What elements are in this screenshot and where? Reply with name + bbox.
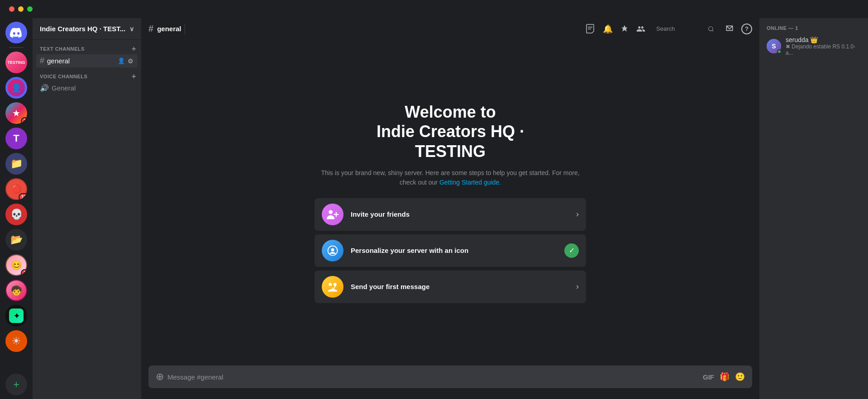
category-text-label: TEXT CHANNELS bbox=[40, 46, 85, 52]
server-badge-red: 11 bbox=[19, 193, 27, 200]
bell-icon[interactable]: 🔔 bbox=[603, 24, 613, 34]
svg-point-8 bbox=[334, 283, 337, 286]
svg-point-2 bbox=[329, 210, 333, 214]
server-header[interactable]: Indie Creators HQ · TEST... ∨ bbox=[33, 18, 141, 40]
add-voice-channel-button[interactable]: + bbox=[130, 73, 138, 80]
sidebar-item-skull-server[interactable]: 💀 bbox=[5, 204, 27, 225]
channel-sidebar: Indie Creators HQ · TEST... ∨ TEXT CHANN… bbox=[33, 18, 141, 399]
gif-icon[interactable]: GIF bbox=[703, 373, 714, 381]
channel-name-general-voice: General bbox=[52, 84, 76, 92]
hash-icon: # bbox=[40, 56, 44, 66]
sidebar-item-blue-server[interactable]: 👤 bbox=[5, 77, 27, 99]
send-message-icon bbox=[322, 276, 343, 298]
channel-content: Welcome to Indie Creators HQ · TESTING T… bbox=[141, 40, 759, 366]
invite-friends-card[interactable]: Invite your friends › bbox=[315, 198, 586, 231]
channel-item-general[interactable]: # general 👤 ⚙ bbox=[36, 54, 138, 67]
sidebar-item-t-server[interactable]: T bbox=[5, 128, 27, 149]
svg-point-7 bbox=[329, 283, 332, 286]
threads-icon[interactable] bbox=[585, 24, 596, 34]
send-message-label: Send your first message bbox=[351, 283, 569, 290]
server-badge-avatar: 3 bbox=[21, 269, 27, 276]
channel-header: # general 🔔 bbox=[141, 18, 759, 40]
server-sidebar: TESTING 👤 ★ 3 T 📁 🔴 11 bbox=[0, 18, 33, 399]
invite-friends-label: Invite your friends bbox=[351, 210, 569, 218]
sticker-icon[interactable]: 🎁 bbox=[720, 372, 730, 382]
channel-name-general: general bbox=[47, 57, 70, 65]
member-section-online-title: ONLINE — 1 bbox=[763, 25, 864, 31]
server-badge-mixed: 3 bbox=[21, 117, 27, 124]
getting-started-link[interactable]: Getting Started guide. bbox=[439, 179, 501, 186]
channel-section-text: TEXT CHANNELS + # general 👤 ⚙ bbox=[33, 43, 141, 67]
sidebar-item-folder1[interactable]: 📁 bbox=[5, 153, 27, 175]
personalize-server-card[interactable]: Personalize your server with an icon ✓ bbox=[315, 234, 586, 267]
category-voice-label: VOICE CHANNELS bbox=[40, 74, 87, 79]
server-name: Indie Creators HQ · TEST... bbox=[40, 25, 125, 33]
personalize-check-icon: ✓ bbox=[564, 243, 579, 258]
message-placeholder: Message #general bbox=[167, 373, 223, 381]
channel-list: TEXT CHANNELS + # general 👤 ⚙ bbox=[33, 40, 141, 399]
message-add-icon[interactable]: ⊕ bbox=[156, 371, 164, 383]
sidebar-item-girl-server[interactable]: 🧒 bbox=[5, 280, 27, 301]
channel-header-name: general bbox=[157, 25, 181, 33]
channel-item-general-voice[interactable]: 🔊 General bbox=[36, 82, 138, 94]
maximize-button[interactable] bbox=[27, 6, 33, 12]
personalize-server-label: Personalize your server with an icon bbox=[351, 247, 557, 254]
inbox-icon[interactable] bbox=[725, 24, 734, 33]
traffic-lights bbox=[0, 6, 42, 12]
sidebar-item-folder2[interactable]: 📂 bbox=[5, 229, 27, 251]
invite-icon[interactable]: 👤 bbox=[118, 57, 125, 65]
send-message-arrow: › bbox=[576, 282, 579, 291]
emoji-icon[interactable]: 🙂 bbox=[735, 372, 745, 382]
channel-actions: 👤 ⚙ bbox=[118, 57, 134, 65]
message-input[interactable]: ⊕ Message #general GIF 🎁 🙂 bbox=[148, 366, 752, 388]
personalize-server-icon bbox=[322, 240, 343, 261]
settings-icon[interactable]: ⚙ bbox=[127, 57, 134, 65]
invite-friends-arrow: › bbox=[576, 209, 579, 219]
channel-category-voice[interactable]: VOICE CHANNELS + bbox=[33, 71, 141, 82]
hash-icon-header: # bbox=[148, 24, 153, 34]
sidebar-item-discord-home[interactable] bbox=[5, 22, 27, 43]
sidebar-item-mixed-server[interactable]: ★ 3 bbox=[5, 102, 27, 124]
chevron-down-icon: ∨ bbox=[129, 25, 134, 33]
message-area: ⊕ Message #general GIF 🎁 🙂 bbox=[141, 366, 759, 399]
help-icon[interactable]: ? bbox=[741, 24, 752, 34]
channel-section-voice: VOICE CHANNELS + 🔊 General bbox=[33, 71, 141, 94]
minimize-button[interactable] bbox=[18, 6, 24, 12]
welcome-title: Welcome to Indie Creators HQ · TESTING bbox=[377, 102, 524, 161]
pin-icon[interactable] bbox=[620, 24, 629, 33]
sidebar-item-yellow-server[interactable]: ☀ bbox=[5, 330, 27, 352]
member-status-serudda: ✖ Dejando estable RS 0.1.0-a... bbox=[786, 43, 861, 56]
member-name-serudda: serudda 👑 bbox=[786, 36, 861, 43]
add-server-button[interactable]: + bbox=[5, 374, 27, 395]
sidebar-item-red-server[interactable]: 🔴 11 bbox=[5, 178, 27, 200]
search-bar[interactable]: Search bbox=[653, 24, 718, 34]
add-text-channel-button[interactable]: + bbox=[130, 45, 138, 52]
sidebar-item-avatar-server[interactable]: 😊 3 bbox=[5, 254, 27, 276]
member-online-indicator bbox=[777, 49, 782, 54]
svg-point-6 bbox=[331, 248, 334, 252]
header-divider bbox=[185, 24, 185, 34]
member-avatar-serudda: S bbox=[767, 39, 781, 53]
member-sidebar: ONLINE — 1 S serudda 👑 ✖ Dejando estable… bbox=[759, 18, 868, 399]
sidebar-item-testing[interactable]: TESTING bbox=[5, 52, 27, 73]
send-message-card[interactable]: Send your first message › bbox=[315, 271, 586, 303]
speaker-icon: 🔊 bbox=[40, 84, 49, 92]
member-info: serudda 👑 ✖ Dejando estable RS 0.1.0-a..… bbox=[786, 36, 861, 56]
action-cards: Invite your friends › bbox=[315, 198, 586, 303]
welcome-section: Welcome to Indie Creators HQ · TESTING T… bbox=[315, 102, 586, 303]
search-placeholder: Search bbox=[656, 25, 675, 32]
close-button[interactable] bbox=[9, 6, 14, 12]
server-divider bbox=[9, 47, 24, 48]
titlebar bbox=[0, 0, 868, 18]
main-content: # general 🔔 bbox=[141, 18, 759, 399]
channel-category-text[interactable]: TEXT CHANNELS + bbox=[33, 43, 141, 54]
member-item-serudda[interactable]: S serudda 👑 ✖ Dejando estable RS 0.1.0-a… bbox=[763, 34, 864, 58]
members-icon[interactable] bbox=[636, 24, 645, 33]
sidebar-item-ai-server[interactable]: ✦ bbox=[5, 305, 27, 327]
invite-friends-icon bbox=[322, 204, 343, 225]
header-actions: 🔔 Search ? bbox=[585, 24, 752, 34]
welcome-description: This is your brand new, shiny server. He… bbox=[315, 168, 586, 187]
